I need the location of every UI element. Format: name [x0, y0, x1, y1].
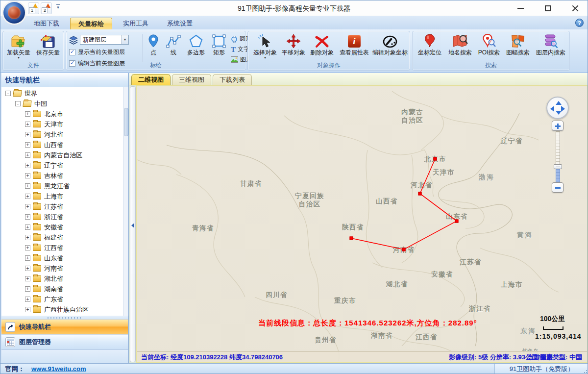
measure-vertex-marker[interactable]	[350, 237, 353, 240]
close-button[interactable]	[568, 2, 583, 15]
tree-expander-icon[interactable]: +	[25, 297, 30, 302]
zoom-in-button[interactable]	[552, 121, 564, 131]
tree-item[interactable]: + 安徽省	[1, 222, 122, 232]
locate-coords-button[interactable]: 坐标定位	[416, 33, 444, 56]
layer-search-button[interactable]: 图层内搜索	[534, 33, 567, 56]
tree-item[interactable]: + 北京市	[1, 109, 122, 119]
measure-vertex-marker[interactable]	[434, 157, 437, 161]
tree-expander-icon[interactable]: +	[25, 255, 30, 261]
tree-item[interactable]: + 湖南省	[1, 284, 122, 294]
tree-item[interactable]: + 浙江省	[1, 212, 122, 222]
tree-item[interactable]: + 山西省	[1, 140, 122, 150]
edit-coords-button[interactable]: 编辑对象坐标	[370, 33, 410, 56]
view-tab[interactable]: 下载列表	[213, 74, 252, 85]
tree-item[interactable]: + 内蒙古自治区	[1, 150, 122, 160]
show-layer-checkbox-row[interactable]: 显示当前矢量图层	[69, 48, 125, 56]
tree-expander-icon[interactable]: -	[5, 91, 11, 96]
tree-item[interactable]: + 上海市	[1, 191, 122, 201]
tree-expander-icon[interactable]: +	[25, 122, 30, 127]
tree-expander-icon[interactable]: +	[25, 183, 30, 189]
load-vector-button[interactable]: 加载矢量 ▾	[4, 33, 33, 59]
tree-expander-icon[interactable]: +	[25, 245, 30, 250]
tree-expander-icon[interactable]: +	[25, 132, 30, 137]
ribbon-tab[interactable]: 地图下载	[26, 18, 67, 29]
tree-expander-icon[interactable]: +	[25, 194, 30, 199]
view-tab[interactable]: 三维视图	[172, 74, 211, 85]
footer-site: 官网：www.91weitu.com	[5, 364, 86, 374]
tree-item[interactable]: + 河南省	[1, 263, 122, 274]
pan-left-icon[interactable]	[550, 106, 554, 112]
ribbon-tab[interactable]: 实用工具	[115, 18, 156, 29]
tree-expander-icon[interactable]: +	[25, 276, 30, 281]
draw-point-button[interactable]: 点	[145, 33, 162, 56]
checkbox-checked-icon[interactable]	[69, 49, 75, 55]
tree-expander-icon[interactable]: +	[25, 214, 30, 220]
zoom-slider-handle[interactable]	[554, 164, 562, 169]
tree-expander-icon[interactable]: +	[25, 307, 30, 312]
measure-vertex-marker[interactable]	[455, 220, 459, 223]
tree-item[interactable]: + 河北省	[1, 129, 122, 140]
layer-manager-button[interactable]: 图层管理器	[1, 335, 128, 349]
draw-polygon-button[interactable]: 多边形	[184, 33, 208, 56]
app-logo-icon[interactable]	[3, 2, 25, 24]
pan-up-icon[interactable]	[556, 101, 562, 105]
tree-expander-icon[interactable]: +	[25, 235, 30, 240]
tree-expander-icon[interactable]: +	[25, 224, 30, 230]
maximize-button[interactable]	[540, 2, 555, 15]
tree-expander-icon[interactable]: +	[25, 173, 30, 178]
tree-expander-icon[interactable]: +	[25, 286, 30, 292]
tree-item[interactable]: + 湖北省	[1, 274, 122, 284]
ribbon-tab[interactable]: 系统设置	[159, 18, 200, 29]
map-pan-control[interactable]	[546, 97, 569, 119]
layer-combo[interactable]: 新建图层 ▾	[80, 35, 129, 45]
draw-text-button[interactable]: T 文字	[231, 45, 249, 53]
zoom-out-button[interactable]	[552, 182, 564, 193]
place-search-button[interactable]: 地名搜索	[446, 33, 474, 56]
draw-line-button[interactable]: 线	[165, 33, 182, 56]
tree-item[interactable]: + 福建省	[1, 232, 122, 243]
measure-vertex-marker[interactable]	[402, 248, 406, 251]
sheet-search-button[interactable]: 图幅搜索	[504, 33, 532, 56]
nav-panel-button[interactable]: 快速导航栏	[1, 320, 128, 334]
tree-expander-icon[interactable]: +	[25, 152, 30, 158]
move-object-button[interactable]: 平移对象	[280, 33, 307, 56]
measure-vertex-marker[interactable]	[418, 192, 422, 196]
tree-item[interactable]: + 山东省	[1, 253, 122, 263]
select-object-button[interactable]: 选择对象 ▾	[252, 33, 278, 59]
tree-expander-icon[interactable]: +	[25, 111, 30, 117]
draw-rect-button[interactable]: 矩形	[210, 33, 228, 56]
poi-search-button[interactable]: POI搜索	[476, 33, 502, 56]
tree-item[interactable]: + 辽宁省	[1, 160, 122, 171]
tree-item[interactable]: - 中国	[1, 99, 122, 109]
help-button[interactable]: ?	[575, 19, 584, 27]
tree-expander-icon[interactable]: +	[25, 142, 30, 148]
tree-scrollbar-thumb[interactable]	[124, 108, 128, 136]
tree-expander-icon[interactable]: -	[15, 101, 21, 106]
chevron-down-icon[interactable]: ▾	[121, 35, 128, 44]
tree-item[interactable]: + 江西省	[1, 243, 122, 253]
save-vector-button[interactable]: 保存矢量	[34, 33, 62, 56]
tree-expander-icon[interactable]: +	[25, 266, 30, 271]
panel-collapse-strip[interactable]	[130, 86, 136, 362]
panel-splitter[interactable]	[1, 316, 128, 320]
tree-item[interactable]: + 天津市	[1, 119, 122, 129]
tree-scrollbar[interactable]	[123, 87, 128, 316]
ribbon-tab[interactable]: 矢量标绘	[70, 18, 112, 29]
view-tab[interactable]: 二维视图	[131, 74, 171, 85]
map-canvas[interactable]: 吉林省 内蒙古 自治区 辽宁省 北京市 天津市 渤海 河北省 甘肃省	[136, 85, 588, 363]
tree-expander-icon[interactable]: +	[25, 163, 30, 168]
location-pin-icon	[423, 33, 436, 49]
view-attributes-button[interactable]: i 查看属性表	[337, 33, 371, 56]
tree-item[interactable]: - 世界	[1, 88, 122, 99]
tree-item[interactable]: + 黑龙江省	[1, 181, 122, 191]
site-link[interactable]: www.91weitu.com	[31, 365, 86, 373]
tree-item[interactable]: + 江苏省	[1, 201, 122, 212]
tree-expander-icon[interactable]: +	[25, 204, 30, 209]
tree-item[interactable]: + 广东省	[1, 294, 122, 304]
tree-item[interactable]: + 广西壮族自治区	[1, 304, 122, 315]
tree-item[interactable]: + 吉林省	[1, 171, 122, 181]
delete-object-button[interactable]: 删除对象	[309, 33, 335, 56]
resize-grip[interactable]	[583, 369, 588, 374]
pan-right-icon[interactable]	[561, 106, 565, 112]
minimize-button[interactable]	[513, 2, 528, 15]
